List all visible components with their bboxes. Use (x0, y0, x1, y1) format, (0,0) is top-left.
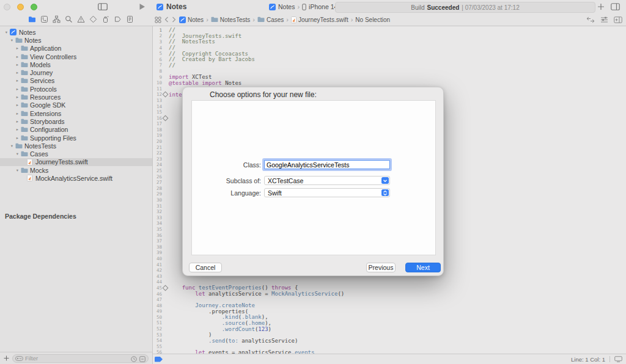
line-number[interactable]: 45 (153, 285, 162, 291)
code-line[interactable]: 53 ) (153, 332, 626, 338)
code-line[interactable]: 50 .kind(.blank), (153, 315, 626, 321)
navigator-tab-symbols[interactable] (53, 15, 61, 23)
line-number[interactable]: 22 (153, 150, 162, 156)
line-number[interactable]: 30 (153, 197, 162, 203)
jump-bar-item-notes[interactable]: Notes (179, 16, 204, 23)
sidebar-item-mockanalyticsservice-swift[interactable]: MockAnalyticsService.swift (0, 174, 152, 182)
line-number[interactable]: 15 (153, 109, 162, 115)
disclosure-down-icon[interactable]: ▾ (9, 38, 15, 43)
filter-input[interactable] (25, 355, 125, 362)
disclosure-right-icon[interactable]: ▸ (15, 103, 20, 107)
code-line[interactable]: 56 let events = analyticsService.events (153, 349, 626, 354)
disclosure-right-icon[interactable]: ▸ (15, 62, 20, 67)
disclosure-right-icon[interactable]: ▸ (15, 87, 20, 92)
line-number[interactable]: 39 (153, 250, 162, 255)
previous-button[interactable]: Previous (366, 263, 396, 272)
line-number[interactable]: 38 (153, 244, 162, 250)
code-line[interactable]: 2// JourneyTests.swift (153, 33, 626, 39)
line-number[interactable]: 53 (153, 332, 162, 338)
sidebar-item-supporting-files[interactable]: ▸Supporting Files (0, 134, 152, 142)
line-number[interactable]: 9 (153, 75, 162, 80)
line-number[interactable]: 26 (153, 174, 162, 180)
line-number[interactable]: 32 (153, 209, 162, 214)
test-diamond-icon[interactable] (163, 115, 169, 121)
navigator-tab-find[interactable] (65, 15, 73, 23)
jump-bar-item-journeytests-swift[interactable]: JourneyTests.swift (291, 16, 348, 23)
filter-field[interactable] (12, 354, 149, 363)
cancel-button[interactable]: Cancel (189, 263, 222, 272)
line-number[interactable]: 13 (153, 98, 162, 103)
code-line[interactable]: 5// Copyright Cocoacasts (153, 51, 626, 57)
line-number[interactable]: 25 (153, 168, 162, 173)
line-number[interactable]: 27 (153, 180, 162, 185)
code-line[interactable]: 52 .wordCount(123) (153, 326, 626, 332)
navigator-tab-issues[interactable] (77, 15, 85, 23)
line-number[interactable]: 50 (153, 315, 162, 320)
line-number[interactable]: 54 (153, 338, 162, 343)
package-dependencies-header[interactable]: Package Dependencies (5, 213, 76, 220)
line-number[interactable]: 24 (153, 162, 162, 167)
disclosure-right-icon[interactable]: ▸ (15, 127, 20, 132)
navigator-tab-breakpoints[interactable] (114, 15, 122, 23)
test-diamond-icon[interactable] (163, 285, 169, 291)
sidebar-item-cases[interactable]: ▾Cases (0, 150, 152, 158)
sidebar-item-models[interactable]: ▸Models (0, 60, 152, 68)
line-number[interactable]: 34 (153, 220, 162, 226)
line-number[interactable]: 8 (153, 68, 162, 74)
navigator-tab-reports[interactable] (126, 15, 134, 23)
line-number[interactable]: 19 (153, 133, 162, 138)
run-button[interactable] (139, 3, 145, 10)
sidebar-item-protocols[interactable]: ▸Protocols (0, 85, 152, 93)
line-number[interactable]: 31 (153, 203, 162, 209)
disclosure-right-icon[interactable]: ▸ (15, 111, 20, 116)
navigator-tab-source-control[interactable] (40, 15, 48, 23)
related-items-icon[interactable] (155, 16, 161, 23)
activity-status[interactable]: Build Succeeded | 07/03/2023 at 17:12 (335, 2, 595, 13)
disclosure-down-icon[interactable]: ▾ (9, 144, 15, 148)
toggle-navigator-button[interactable] (98, 3, 108, 10)
line-number[interactable]: 49 (153, 308, 162, 314)
code-review-icon[interactable] (586, 16, 595, 23)
code-line[interactable]: 4// (153, 45, 626, 51)
line-number[interactable]: 5 (153, 51, 162, 56)
line-number[interactable]: 55 (153, 344, 162, 349)
navigator-tab-project[interactable] (28, 15, 36, 23)
line-number[interactable]: 47 (153, 297, 162, 302)
jump-bar-item-no-selection[interactable]: No Selection (355, 16, 390, 23)
sidebar-item-storyboards[interactable]: ▸Storyboards (0, 117, 152, 125)
line-number[interactable]: 28 (153, 186, 162, 191)
sidebar-item-mocks[interactable]: ▾Mocks (0, 166, 152, 174)
line-number[interactable]: 10 (153, 80, 162, 86)
line-number[interactable]: 42 (153, 268, 162, 273)
library-add-button[interactable] (597, 3, 605, 10)
sidebar-item-application[interactable]: ▸Application (0, 45, 152, 53)
disclosure-down-icon[interactable]: ▾ (15, 151, 20, 156)
line-number[interactable]: 21 (153, 145, 162, 150)
line-number[interactable]: 46 (153, 291, 162, 297)
code-line[interactable]: 7// (153, 62, 626, 68)
sidebar-item-resources[interactable]: ▸Resources (0, 93, 152, 101)
code-line[interactable]: 55 (153, 344, 626, 350)
disclosure-down-icon[interactable]: ▾ (15, 168, 20, 173)
disclosure-right-icon[interactable]: ▸ (15, 95, 20, 100)
scheme-destination[interactable]: iPhone 14 (309, 3, 337, 10)
line-number[interactable]: 35 (153, 227, 162, 232)
scheme-target[interactable]: Notes (278, 3, 295, 10)
line-number[interactable]: 18 (153, 127, 162, 133)
code-line[interactable]: 6// Created by Bart Jacobs (153, 56, 626, 62)
code-line[interactable]: 54 .send(to: analyticsService) (153, 338, 626, 344)
line-number[interactable]: 52 (153, 326, 162, 332)
recent-files-icon[interactable] (131, 356, 137, 362)
code-line[interactable]: 3// NotesTests (153, 39, 626, 45)
disclosure-right-icon[interactable]: ▸ (15, 78, 20, 83)
disclosure-right-icon[interactable]: ▸ (15, 119, 20, 124)
line-number[interactable]: 17 (153, 121, 162, 126)
line-number[interactable]: 23 (153, 156, 162, 162)
class-name-input[interactable] (264, 160, 390, 169)
line-number[interactable]: 44 (153, 279, 162, 285)
line-number[interactable]: 14 (153, 104, 162, 109)
editor-layout-button[interactable] (611, 3, 620, 10)
navigator-tab-debug[interactable] (101, 15, 109, 23)
code-line[interactable]: 46 let analyticsService = MockAnalyticsS… (153, 291, 626, 297)
breakpoint-icon[interactable] (155, 357, 163, 362)
